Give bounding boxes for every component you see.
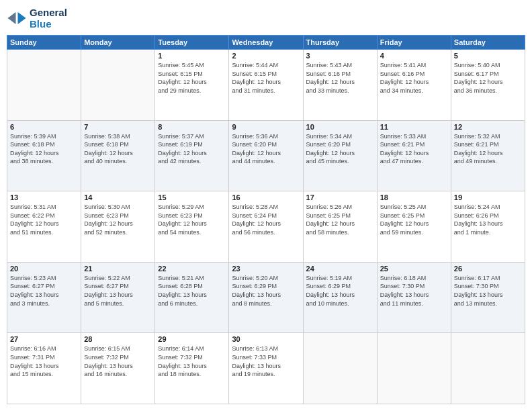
day-number: 25 xyxy=(380,265,448,273)
day-number: 13 xyxy=(10,193,78,201)
day-info: Sunrise: 6:18 AM Sunset: 7:30 PM Dayligh… xyxy=(380,274,448,308)
day-number: 26 xyxy=(454,265,522,273)
day-number: 21 xyxy=(84,265,152,273)
logo-text: General Blue xyxy=(30,7,67,30)
calendar-cell: 14Sunrise: 5:30 AM Sunset: 6:23 PM Dayli… xyxy=(81,191,155,263)
day-number: 12 xyxy=(454,123,522,131)
calendar-cell: 12Sunrise: 5:32 AM Sunset: 6:21 PM Dayli… xyxy=(451,120,525,191)
day-number: 8 xyxy=(158,123,226,131)
calendar-cell: 8Sunrise: 5:37 AM Sunset: 6:19 PM Daylig… xyxy=(155,120,229,191)
calendar-cell xyxy=(81,50,155,121)
day-info: Sunrise: 6:13 AM Sunset: 7:33 PM Dayligh… xyxy=(232,345,300,378)
day-info: Sunrise: 6:16 AM Sunset: 7:31 PM Dayligh… xyxy=(10,345,78,378)
day-info: Sunrise: 5:24 AM Sunset: 6:26 PM Dayligh… xyxy=(454,203,522,236)
day-info: Sunrise: 5:44 AM Sunset: 6:15 PM Dayligh… xyxy=(232,61,300,95)
calendar-week-row: 27Sunrise: 6:16 AM Sunset: 7:31 PM Dayli… xyxy=(7,333,525,404)
weekday-header: Friday xyxy=(377,36,451,50)
calendar-cell: 28Sunrise: 6:15 AM Sunset: 7:32 PM Dayli… xyxy=(81,333,155,404)
day-number: 11 xyxy=(380,123,448,131)
calendar-cell: 13Sunrise: 5:31 AM Sunset: 6:22 PM Dayli… xyxy=(7,191,81,263)
day-info: Sunrise: 5:32 AM Sunset: 6:21 PM Dayligh… xyxy=(454,132,522,166)
calendar-cell: 5Sunrise: 5:40 AM Sunset: 6:17 PM Daylig… xyxy=(451,50,525,121)
day-number: 3 xyxy=(306,52,374,60)
calendar-cell: 9Sunrise: 5:36 AM Sunset: 6:20 PM Daylig… xyxy=(229,120,303,191)
day-number: 18 xyxy=(380,193,448,201)
calendar-cell: 15Sunrise: 5:29 AM Sunset: 6:23 PM Dayli… xyxy=(155,191,229,263)
day-info: Sunrise: 5:34 AM Sunset: 6:20 PM Dayligh… xyxy=(306,132,374,166)
day-number: 15 xyxy=(158,193,226,201)
svg-marker-1 xyxy=(8,12,16,24)
day-info: Sunrise: 5:30 AM Sunset: 6:23 PM Dayligh… xyxy=(84,203,152,236)
day-number: 19 xyxy=(454,193,522,201)
day-info: Sunrise: 5:37 AM Sunset: 6:19 PM Dayligh… xyxy=(158,132,226,166)
day-info: Sunrise: 5:23 AM Sunset: 6:27 PM Dayligh… xyxy=(10,274,78,308)
calendar-cell: 27Sunrise: 6:16 AM Sunset: 7:31 PM Dayli… xyxy=(7,333,81,404)
logo-icon xyxy=(7,8,27,28)
calendar-cell: 17Sunrise: 5:26 AM Sunset: 6:25 PM Dayli… xyxy=(303,191,377,263)
weekday-header: Saturday xyxy=(451,36,525,50)
day-number: 10 xyxy=(306,123,374,131)
day-info: Sunrise: 5:36 AM Sunset: 6:20 PM Dayligh… xyxy=(232,132,300,166)
day-number: 16 xyxy=(232,193,300,201)
calendar-cell xyxy=(377,333,451,404)
weekday-header: Wednesday xyxy=(229,36,303,50)
day-info: Sunrise: 5:41 AM Sunset: 6:16 PM Dayligh… xyxy=(380,61,448,95)
calendar-cell xyxy=(7,50,81,121)
day-number: 14 xyxy=(84,193,152,201)
calendar-cell: 25Sunrise: 6:18 AM Sunset: 7:30 PM Dayli… xyxy=(377,262,451,333)
day-info: Sunrise: 5:38 AM Sunset: 6:18 PM Dayligh… xyxy=(84,132,152,166)
calendar-cell: 11Sunrise: 5:33 AM Sunset: 6:21 PM Dayli… xyxy=(377,120,451,191)
calendar-week-row: 6Sunrise: 5:39 AM Sunset: 6:18 PM Daylig… xyxy=(7,120,525,191)
day-number: 27 xyxy=(10,335,78,343)
calendar-cell: 23Sunrise: 5:20 AM Sunset: 6:29 PM Dayli… xyxy=(229,262,303,333)
day-info: Sunrise: 5:28 AM Sunset: 6:24 PM Dayligh… xyxy=(232,203,300,236)
weekday-header: Sunday xyxy=(7,36,81,50)
day-number: 2 xyxy=(232,52,300,60)
day-number: 6 xyxy=(10,123,78,131)
day-number: 22 xyxy=(158,265,226,273)
calendar-cell: 20Sunrise: 5:23 AM Sunset: 6:27 PM Dayli… xyxy=(7,262,81,333)
day-info: Sunrise: 5:33 AM Sunset: 6:21 PM Dayligh… xyxy=(380,132,448,166)
calendar-cell: 18Sunrise: 5:25 AM Sunset: 6:25 PM Dayli… xyxy=(377,191,451,263)
day-number: 9 xyxy=(232,123,300,131)
day-info: Sunrise: 5:29 AM Sunset: 6:23 PM Dayligh… xyxy=(158,203,226,236)
day-info: Sunrise: 5:20 AM Sunset: 6:29 PM Dayligh… xyxy=(232,274,300,308)
calendar-cell: 19Sunrise: 5:24 AM Sunset: 6:26 PM Dayli… xyxy=(451,191,525,263)
day-info: Sunrise: 5:26 AM Sunset: 6:25 PM Dayligh… xyxy=(306,203,374,236)
header: General Blue xyxy=(7,7,525,30)
calendar-cell: 7Sunrise: 5:38 AM Sunset: 6:18 PM Daylig… xyxy=(81,120,155,191)
day-info: Sunrise: 5:39 AM Sunset: 6:18 PM Dayligh… xyxy=(10,132,78,166)
day-number: 4 xyxy=(380,52,448,60)
day-info: Sunrise: 6:17 AM Sunset: 7:30 PM Dayligh… xyxy=(454,274,522,308)
day-info: Sunrise: 5:40 AM Sunset: 6:17 PM Dayligh… xyxy=(454,61,522,95)
calendar-cell xyxy=(451,333,525,404)
day-info: Sunrise: 5:19 AM Sunset: 6:29 PM Dayligh… xyxy=(306,274,374,308)
day-info: Sunrise: 6:15 AM Sunset: 7:32 PM Dayligh… xyxy=(84,345,152,378)
weekday-header: Thursday xyxy=(303,36,377,50)
calendar-cell: 4Sunrise: 5:41 AM Sunset: 6:16 PM Daylig… xyxy=(377,50,451,121)
calendar-cell: 1Sunrise: 5:45 AM Sunset: 6:15 PM Daylig… xyxy=(155,50,229,121)
calendar-table: SundayMondayTuesdayWednesdayThursdayFrid… xyxy=(7,35,525,404)
day-info: Sunrise: 6:14 AM Sunset: 7:32 PM Dayligh… xyxy=(158,345,226,378)
day-number: 1 xyxy=(158,52,226,60)
weekday-header: Monday xyxy=(81,36,155,50)
day-info: Sunrise: 5:31 AM Sunset: 6:22 PM Dayligh… xyxy=(10,203,78,236)
svg-marker-0 xyxy=(18,12,26,24)
calendar-cell: 29Sunrise: 6:14 AM Sunset: 7:32 PM Dayli… xyxy=(155,333,229,404)
calendar-cell: 24Sunrise: 5:19 AM Sunset: 6:29 PM Dayli… xyxy=(303,262,377,333)
weekday-header: Tuesday xyxy=(155,36,229,50)
calendar-week-row: 1Sunrise: 5:45 AM Sunset: 6:15 PM Daylig… xyxy=(7,50,525,121)
day-number: 17 xyxy=(306,193,374,201)
calendar-cell: 3Sunrise: 5:43 AM Sunset: 6:16 PM Daylig… xyxy=(303,50,377,121)
day-info: Sunrise: 5:25 AM Sunset: 6:25 PM Dayligh… xyxy=(380,203,448,236)
day-number: 24 xyxy=(306,265,374,273)
calendar-cell: 26Sunrise: 6:17 AM Sunset: 7:30 PM Dayli… xyxy=(451,262,525,333)
calendar-cell: 21Sunrise: 5:22 AM Sunset: 6:27 PM Dayli… xyxy=(81,262,155,333)
day-number: 23 xyxy=(232,265,300,273)
logo: General Blue xyxy=(7,7,67,30)
calendar-week-row: 13Sunrise: 5:31 AM Sunset: 6:22 PM Dayli… xyxy=(7,191,525,263)
calendar-cell: 30Sunrise: 6:13 AM Sunset: 7:33 PM Dayli… xyxy=(229,333,303,404)
day-number: 20 xyxy=(10,265,78,273)
page: General Blue SundayMondayTuesdayWednesda… xyxy=(0,0,532,411)
day-info: Sunrise: 5:43 AM Sunset: 6:16 PM Dayligh… xyxy=(306,61,374,95)
